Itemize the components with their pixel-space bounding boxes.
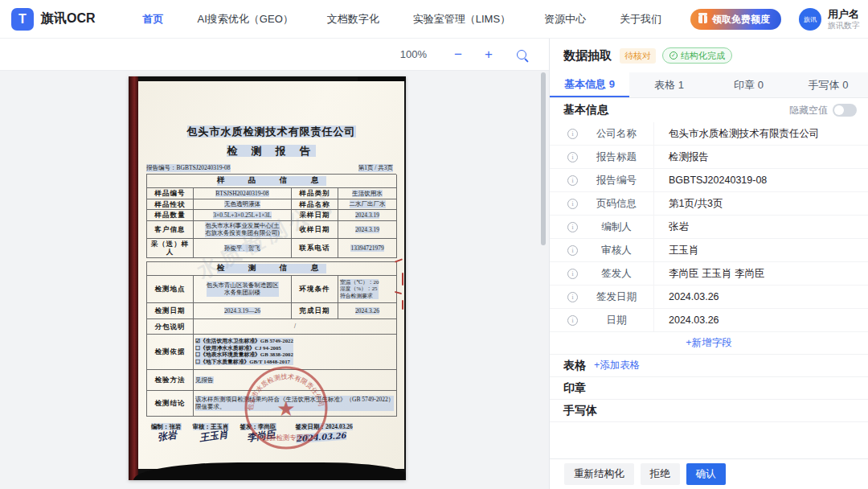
top-navbar: T 旗讯OCR 首页 AI搜索优化（GEO） 文档数字化 实验室管理（LIMS）… xyxy=(0,0,868,39)
free-quota-button[interactable]: 领取免费额度 xyxy=(690,9,781,30)
report-meta: 报告编号：BGBTSJ20240319-08 第1页 / 共3页 xyxy=(146,164,393,172)
info-icon[interactable]: i xyxy=(567,292,578,302)
red-pen-mark xyxy=(395,258,403,262)
field-value[interactable]: 第1页/共3页 xyxy=(654,197,723,211)
field-value[interactable]: 2024.03.26 xyxy=(654,314,719,326)
doc-cell: 检测结论 xyxy=(147,391,194,417)
document-photo[interactable]: 水质检测公司 包头市水质检测技术有限责任公司 检 测 报 告 报告编号：BGBT… xyxy=(129,76,406,480)
info-icon[interactable]: i xyxy=(567,199,578,209)
nav-item-lims[interactable]: 实验室管理（LIMS） xyxy=(413,12,510,27)
field-value[interactable]: 李尚臣 王玉肖 李尚臣 xyxy=(654,267,764,281)
doc-cell: 样品编号 xyxy=(147,188,194,199)
review-signature: 王玉肖 xyxy=(198,427,228,445)
field-value[interactable]: 检测报告 xyxy=(654,150,709,164)
field-value[interactable]: 2024.03.26 xyxy=(654,291,719,302)
doc-cell: / xyxy=(194,319,397,335)
nav-item-home[interactable]: 首页 xyxy=(143,12,164,27)
user-info[interactable]: 用户名 旗讯数字 xyxy=(828,9,860,30)
basic-info-title: 基本信息 xyxy=(563,103,608,117)
add-table-button[interactable]: +添加表格 xyxy=(594,359,640,372)
extraction-tabs: 基本信息 9 表格 1 印章 0 手写体 0 xyxy=(550,72,868,98)
field-row[interactable]: i报告编号BGBTSJ20240319-08 xyxy=(550,169,868,192)
doc-cell: 无色透明液体 xyxy=(194,199,292,211)
add-field-button[interactable]: +新增字段 xyxy=(550,332,868,355)
tab-seals[interactable]: 印章 0 xyxy=(709,72,788,97)
zoom-in-button[interactable]: + xyxy=(478,47,499,63)
confirm-button[interactable]: 确认 xyxy=(686,463,726,485)
nav-item-about[interactable]: 关于我们 xyxy=(620,12,661,27)
viewer-toolbar: 100% − + xyxy=(0,39,549,71)
doc-cell: 环境条件 xyxy=(292,276,338,303)
field-row[interactable]: i签发人李尚臣 王玉肖 李尚臣 xyxy=(550,262,868,286)
sample-info-table: 样 品 信 息 样品编号 BTSJSH20240319-08 样品类别 生活饮用… xyxy=(146,174,396,258)
info-icon[interactable]: i xyxy=(567,269,578,279)
seals-section-title: 印章 xyxy=(563,381,586,396)
field-label: 报告标题 xyxy=(588,150,645,164)
info-icon[interactable]: i xyxy=(567,222,578,232)
doc-cell: 样品性状 xyxy=(147,199,194,211)
doc-cell: BTSJSH20240319-08 xyxy=(194,188,292,199)
document-viewer-panel: 100% − + 水质检测公司 包头市水质检测技术有限责任公司 检 测 报 告 … xyxy=(0,39,549,489)
doc-cell: 室温（℃）：20 湿度（%）：25 符合检测要求 xyxy=(338,276,397,303)
tab-handwriting[interactable]: 手写体 0 xyxy=(788,72,868,97)
viewer-canvas[interactable]: 水质检测公司 包头市水质检测技术有限责任公司 检 测 报 告 报告编号：BGBT… xyxy=(0,71,549,489)
field-row[interactable]: i公司名称包头市水质检测技术有限责任公司 xyxy=(550,122,868,146)
doc-cell: 样品名称 xyxy=(292,199,338,211)
info-icon[interactable]: i xyxy=(567,152,578,162)
restructure-button[interactable]: 重新结构化 xyxy=(564,463,634,485)
info-icon[interactable]: i xyxy=(567,315,578,326)
field-row[interactable]: i签发日期2024.03.26 xyxy=(550,286,868,309)
doc-cell: 采（送）样人 xyxy=(147,239,194,258)
search-icon[interactable] xyxy=(517,50,526,60)
field-value[interactable]: 张岩 xyxy=(654,220,689,234)
doc-cell: 13394721979 xyxy=(338,239,397,258)
doc-cell: 包头市水利事业发展中心(土 右旗水务投资集团有限公司) xyxy=(194,221,292,239)
field-row[interactable]: i日期2024.03.26 xyxy=(550,309,868,332)
test-table-title: 检 测 信 息 xyxy=(147,262,397,276)
username: 用户名 xyxy=(828,9,860,21)
info-icon[interactable]: i xyxy=(567,129,578,139)
avatar[interactable]: 旗讯 xyxy=(799,8,821,31)
doc-cell: 2024.3.19 xyxy=(338,210,397,221)
field-label: 签发人 xyxy=(588,267,645,281)
doc-cell: 联系电话 xyxy=(292,239,338,258)
doc-cell: 孙俊平、贺飞 xyxy=(194,239,292,258)
info-icon[interactable]: i xyxy=(567,245,578,256)
field-label: 公司名称 xyxy=(588,127,645,141)
nav-item-resources[interactable]: 资源中心 xyxy=(544,12,586,27)
seals-section-row: 印章 xyxy=(550,377,868,400)
field-label: 编制人 xyxy=(588,220,645,234)
doc-cell: 采样日期 xyxy=(292,210,338,221)
structured-done-badge: ✓ 结构化完成 xyxy=(662,47,732,64)
report-title: 检 测 报 告 xyxy=(138,144,404,158)
hide-empty-toggle[interactable] xyxy=(833,104,857,117)
report-paper: 水质检测公司 包头市水质检测技术有限责任公司 检 测 报 告 报告编号：BGBT… xyxy=(138,81,404,469)
zoom-out-button[interactable]: − xyxy=(448,47,469,63)
doc-cell: 二水厂出厂水 xyxy=(338,199,397,211)
avatar-text: 旗讯 xyxy=(804,15,817,24)
field-list: i公司名称包头市水质检测技术有限责任公司i报告标题检测报告i报告编号BGBTSJ… xyxy=(550,122,868,332)
field-row[interactable]: i编制人张岩 xyxy=(550,216,868,239)
nav-item-doc-digitize[interactable]: 文档数字化 xyxy=(327,12,379,27)
field-value[interactable]: 包头市水质检测技术有限责任公司 xyxy=(654,127,820,141)
doc-cell: 收样日期 xyxy=(292,221,338,239)
field-row[interactable]: i报告标题检测报告 xyxy=(550,146,868,169)
data-extraction-panel: 数据抽取 待核对 ✓ 结构化完成 基本信息 9 表格 1 印章 0 手写体 0 … xyxy=(549,39,868,489)
field-row[interactable]: i审核人王玉肖 xyxy=(550,239,868,262)
tab-tables[interactable]: 表格 1 xyxy=(629,72,709,97)
doc-cell: 完成日期 xyxy=(292,303,338,319)
field-value[interactable]: BGBTSJ20240319-08 xyxy=(654,175,767,186)
report-company: 包头市水质检测技术有限责任公司 xyxy=(138,125,404,139)
info-icon[interactable]: i xyxy=(567,175,578,186)
field-value[interactable]: 王玉肖 xyxy=(654,244,699,257)
tab-basic-info[interactable]: 基本信息 9 xyxy=(550,72,629,97)
field-label: 报告编号 xyxy=(588,174,645,187)
doc-cell: 检测日期 xyxy=(147,303,194,319)
pending-review-badge: 待核对 xyxy=(620,48,656,64)
reject-button[interactable]: 拒绝 xyxy=(641,463,680,485)
nav-item-geo[interactable]: AI搜索优化（GEO） xyxy=(198,12,293,27)
field-row[interactable]: i页码信息第1页/共3页 xyxy=(550,192,868,216)
viewer-scrollbar[interactable] xyxy=(541,72,546,245)
logo-letter: T xyxy=(18,12,27,27)
brand-name: 旗讯OCR xyxy=(41,10,96,27)
